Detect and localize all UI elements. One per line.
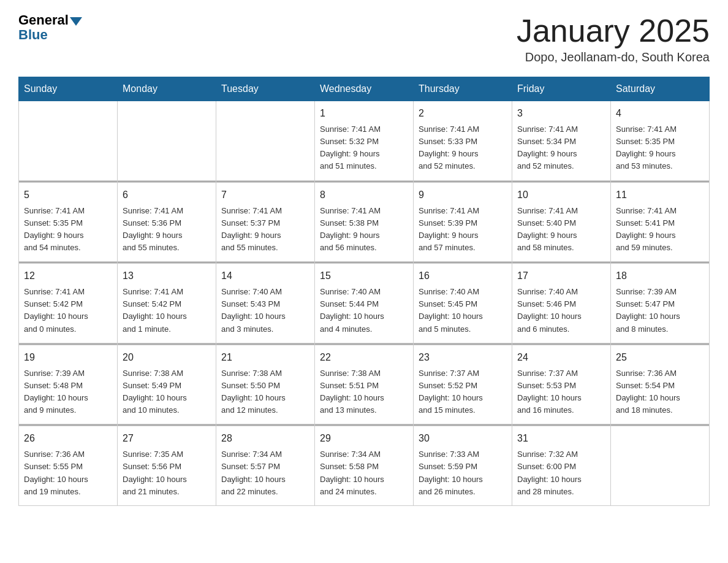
calendar-cell: 28Sunrise: 7:34 AM Sunset: 5:57 PM Dayli… [216, 426, 315, 506]
title-section: January 2025 Dopo, Jeollanam-do, South K… [517, 12, 710, 64]
calendar-week-row: 19Sunrise: 7:39 AM Sunset: 5:48 PM Dayli… [19, 345, 710, 424]
calendar-cell: 31Sunrise: 7:32 AM Sunset: 6:00 PM Dayli… [512, 426, 611, 506]
calendar-cell: 2Sunrise: 7:41 AM Sunset: 5:33 PM Daylig… [414, 101, 512, 181]
day-info: Sunrise: 7:41 AM Sunset: 5:32 PM Dayligh… [320, 123, 408, 173]
day-number: 11 [616, 188, 704, 202]
day-number: 6 [123, 188, 211, 202]
day-info: Sunrise: 7:40 AM Sunset: 5:43 PM Dayligh… [221, 286, 309, 335]
calendar-cell: 12Sunrise: 7:41 AM Sunset: 5:42 PM Dayli… [19, 264, 118, 343]
day-info: Sunrise: 7:41 AM Sunset: 5:42 PM Dayligh… [123, 286, 211, 335]
day-info: Sunrise: 7:40 AM Sunset: 5:44 PM Dayligh… [320, 286, 408, 335]
day-info: Sunrise: 7:41 AM Sunset: 5:42 PM Dayligh… [24, 286, 112, 335]
logo: General Blue [18, 12, 82, 43]
calendar-week-row: 26Sunrise: 7:36 AM Sunset: 5:55 PM Dayli… [19, 426, 710, 506]
calendar-cell [216, 101, 315, 181]
logo-arrow-icon [70, 17, 82, 26]
day-number: 28 [221, 431, 309, 446]
calendar-cell: 5Sunrise: 7:41 AM Sunset: 5:35 PM Daylig… [19, 182, 118, 262]
day-number: 7 [221, 188, 309, 202]
day-info: Sunrise: 7:41 AM Sunset: 5:36 PM Dayligh… [123, 205, 211, 255]
day-info: Sunrise: 7:41 AM Sunset: 5:40 PM Dayligh… [517, 205, 605, 255]
calendar-week-row: 1Sunrise: 7:41 AM Sunset: 5:32 PM Daylig… [19, 101, 710, 181]
day-number: 13 [123, 269, 211, 283]
location: Dopo, Jeollanam-do, South Korea [517, 50, 710, 64]
day-number: 2 [419, 106, 507, 121]
day-info: Sunrise: 7:38 AM Sunset: 5:49 PM Dayligh… [123, 367, 211, 417]
day-number: 23 [419, 350, 507, 365]
calendar-cell [611, 426, 710, 506]
day-header-friday: Friday [512, 77, 611, 101]
month-title: January 2025 [517, 12, 710, 49]
calendar-cell: 1Sunrise: 7:41 AM Sunset: 5:32 PM Daylig… [315, 101, 414, 181]
day-number: 26 [24, 431, 112, 446]
logo-blue-text: Blue [18, 27, 48, 43]
calendar-cell: 9Sunrise: 7:41 AM Sunset: 5:39 PM Daylig… [414, 182, 512, 262]
day-number: 21 [221, 350, 309, 365]
calendar-cell: 15Sunrise: 7:40 AM Sunset: 5:44 PM Dayli… [315, 264, 414, 343]
day-number: 15 [320, 269, 408, 283]
day-number: 25 [616, 350, 704, 365]
calendar-cell: 24Sunrise: 7:37 AM Sunset: 5:53 PM Dayli… [512, 345, 611, 424]
calendar-cell: 7Sunrise: 7:41 AM Sunset: 5:37 PM Daylig… [216, 182, 315, 262]
day-info: Sunrise: 7:41 AM Sunset: 5:38 PM Dayligh… [320, 205, 408, 255]
day-header-sunday: Sunday [19, 77, 118, 101]
day-header-monday: Monday [118, 77, 216, 101]
day-number: 10 [517, 188, 605, 202]
calendar-cell: 23Sunrise: 7:37 AM Sunset: 5:52 PM Dayli… [414, 345, 512, 424]
calendar-cell [19, 101, 118, 181]
day-number: 24 [517, 350, 605, 365]
day-number: 5 [24, 188, 112, 202]
day-number: 17 [517, 269, 605, 283]
day-number: 31 [517, 431, 605, 446]
day-number: 8 [320, 188, 408, 202]
calendar-cell: 14Sunrise: 7:40 AM Sunset: 5:43 PM Dayli… [216, 264, 315, 343]
day-info: Sunrise: 7:40 AM Sunset: 5:45 PM Dayligh… [419, 286, 507, 335]
day-header-tuesday: Tuesday [216, 77, 315, 101]
day-header-thursday: Thursday [414, 77, 512, 101]
day-info: Sunrise: 7:35 AM Sunset: 5:56 PM Dayligh… [123, 448, 211, 498]
day-number: 20 [123, 350, 211, 365]
day-number: 16 [419, 269, 507, 283]
calendar-week-row: 5Sunrise: 7:41 AM Sunset: 5:35 PM Daylig… [19, 182, 710, 262]
day-info: Sunrise: 7:37 AM Sunset: 5:53 PM Dayligh… [517, 367, 605, 417]
day-info: Sunrise: 7:38 AM Sunset: 5:51 PM Dayligh… [320, 367, 408, 417]
calendar-cell: 27Sunrise: 7:35 AM Sunset: 5:56 PM Dayli… [118, 426, 216, 506]
day-info: Sunrise: 7:34 AM Sunset: 5:58 PM Dayligh… [320, 448, 408, 498]
day-info: Sunrise: 7:32 AM Sunset: 6:00 PM Dayligh… [517, 448, 605, 498]
day-info: Sunrise: 7:41 AM Sunset: 5:39 PM Dayligh… [419, 205, 507, 255]
day-number: 3 [517, 106, 605, 121]
calendar-cell: 3Sunrise: 7:41 AM Sunset: 5:34 PM Daylig… [512, 101, 611, 181]
calendar-cell: 26Sunrise: 7:36 AM Sunset: 5:55 PM Dayli… [19, 426, 118, 506]
logo-general-word: General [18, 12, 69, 28]
day-info: Sunrise: 7:40 AM Sunset: 5:46 PM Dayligh… [517, 286, 605, 335]
calendar-cell: 25Sunrise: 7:36 AM Sunset: 5:54 PM Dayli… [611, 345, 710, 424]
calendar-cell: 29Sunrise: 7:34 AM Sunset: 5:58 PM Dayli… [315, 426, 414, 506]
day-info: Sunrise: 7:36 AM Sunset: 5:54 PM Dayligh… [616, 367, 704, 417]
calendar: SundayMondayTuesdayWednesdayThursdayFrid… [18, 77, 710, 506]
calendar-cell [118, 101, 216, 181]
day-number: 27 [123, 431, 211, 446]
calendar-cell: 22Sunrise: 7:38 AM Sunset: 5:51 PM Dayli… [315, 345, 414, 424]
calendar-cell: 18Sunrise: 7:39 AM Sunset: 5:47 PM Dayli… [611, 264, 710, 343]
day-info: Sunrise: 7:34 AM Sunset: 5:57 PM Dayligh… [221, 448, 309, 498]
calendar-cell: 17Sunrise: 7:40 AM Sunset: 5:46 PM Dayli… [512, 264, 611, 343]
day-info: Sunrise: 7:39 AM Sunset: 5:48 PM Dayligh… [24, 367, 112, 417]
day-number: 19 [24, 350, 112, 365]
day-number: 14 [221, 269, 309, 283]
calendar-header-row: SundayMondayTuesdayWednesdayThursdayFrid… [19, 77, 710, 101]
calendar-cell: 8Sunrise: 7:41 AM Sunset: 5:38 PM Daylig… [315, 182, 414, 262]
calendar-cell: 4Sunrise: 7:41 AM Sunset: 5:35 PM Daylig… [611, 101, 710, 181]
calendar-cell: 21Sunrise: 7:38 AM Sunset: 5:50 PM Dayli… [216, 345, 315, 424]
day-number: 9 [419, 188, 507, 202]
day-number: 1 [320, 106, 408, 121]
calendar-cell: 30Sunrise: 7:33 AM Sunset: 5:59 PM Dayli… [414, 426, 512, 506]
page-header: General Blue January 2025 Dopo, Jeollana… [18, 12, 710, 64]
day-header-saturday: Saturday [611, 77, 710, 101]
calendar-cell: 16Sunrise: 7:40 AM Sunset: 5:45 PM Dayli… [414, 264, 512, 343]
calendar-cell: 13Sunrise: 7:41 AM Sunset: 5:42 PM Dayli… [118, 264, 216, 343]
calendar-cell: 11Sunrise: 7:41 AM Sunset: 5:41 PM Dayli… [611, 182, 710, 262]
day-info: Sunrise: 7:33 AM Sunset: 5:59 PM Dayligh… [419, 448, 507, 498]
day-number: 18 [616, 269, 704, 283]
calendar-week-row: 12Sunrise: 7:41 AM Sunset: 5:42 PM Dayli… [19, 264, 710, 343]
logo-general-text: General [18, 12, 82, 28]
